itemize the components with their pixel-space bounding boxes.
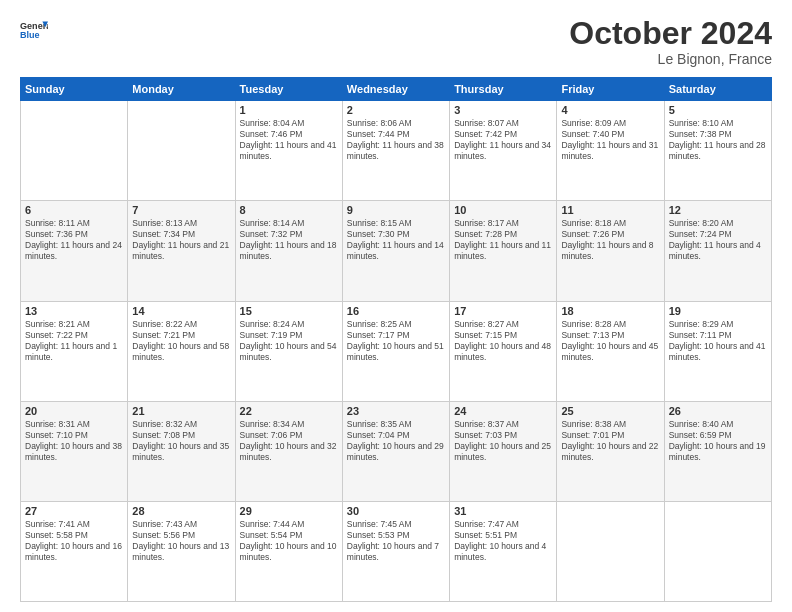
day-info: Sunrise: 8:35 AM Sunset: 7:04 PM Dayligh… xyxy=(347,419,445,463)
day-number: 2 xyxy=(347,104,445,116)
calendar-cell: 28Sunrise: 7:43 AM Sunset: 5:56 PM Dayli… xyxy=(128,501,235,601)
day-info: Sunrise: 7:43 AM Sunset: 5:56 PM Dayligh… xyxy=(132,519,230,563)
day-info: Sunrise: 8:32 AM Sunset: 7:08 PM Dayligh… xyxy=(132,419,230,463)
day-info: Sunrise: 8:04 AM Sunset: 7:46 PM Dayligh… xyxy=(240,118,338,162)
day-info: Sunrise: 8:14 AM Sunset: 7:32 PM Dayligh… xyxy=(240,218,338,262)
day-number: 6 xyxy=(25,204,123,216)
day-info: Sunrise: 8:21 AM Sunset: 7:22 PM Dayligh… xyxy=(25,319,123,363)
header-saturday: Saturday xyxy=(664,78,771,101)
day-number: 4 xyxy=(561,104,659,116)
day-number: 14 xyxy=(132,305,230,317)
calendar-cell xyxy=(557,501,664,601)
day-number: 3 xyxy=(454,104,552,116)
day-info: Sunrise: 8:28 AM Sunset: 7:13 PM Dayligh… xyxy=(561,319,659,363)
calendar-cell: 17Sunrise: 8:27 AM Sunset: 7:15 PM Dayli… xyxy=(450,301,557,401)
calendar-week-3: 13Sunrise: 8:21 AM Sunset: 7:22 PM Dayli… xyxy=(21,301,772,401)
day-number: 31 xyxy=(454,505,552,517)
day-info: Sunrise: 7:41 AM Sunset: 5:58 PM Dayligh… xyxy=(25,519,123,563)
day-info: Sunrise: 8:11 AM Sunset: 7:36 PM Dayligh… xyxy=(25,218,123,262)
day-info: Sunrise: 8:07 AM Sunset: 7:42 PM Dayligh… xyxy=(454,118,552,162)
day-info: Sunrise: 8:09 AM Sunset: 7:40 PM Dayligh… xyxy=(561,118,659,162)
month-title: October 2024 xyxy=(569,16,772,51)
day-number: 20 xyxy=(25,405,123,417)
day-number: 26 xyxy=(669,405,767,417)
calendar-cell: 20Sunrise: 8:31 AM Sunset: 7:10 PM Dayli… xyxy=(21,401,128,501)
day-info: Sunrise: 8:06 AM Sunset: 7:44 PM Dayligh… xyxy=(347,118,445,162)
calendar-cell: 3Sunrise: 8:07 AM Sunset: 7:42 PM Daylig… xyxy=(450,101,557,201)
day-number: 27 xyxy=(25,505,123,517)
header-tuesday: Tuesday xyxy=(235,78,342,101)
calendar-cell: 8Sunrise: 8:14 AM Sunset: 7:32 PM Daylig… xyxy=(235,201,342,301)
day-number: 12 xyxy=(669,204,767,216)
calendar-cell: 1Sunrise: 8:04 AM Sunset: 7:46 PM Daylig… xyxy=(235,101,342,201)
calendar-cell xyxy=(21,101,128,201)
calendar-cell: 22Sunrise: 8:34 AM Sunset: 7:06 PM Dayli… xyxy=(235,401,342,501)
header-thursday: Thursday xyxy=(450,78,557,101)
calendar-cell: 10Sunrise: 8:17 AM Sunset: 7:28 PM Dayli… xyxy=(450,201,557,301)
day-info: Sunrise: 8:10 AM Sunset: 7:38 PM Dayligh… xyxy=(669,118,767,162)
calendar-cell: 2Sunrise: 8:06 AM Sunset: 7:44 PM Daylig… xyxy=(342,101,449,201)
day-info: Sunrise: 8:20 AM Sunset: 7:24 PM Dayligh… xyxy=(669,218,767,262)
day-number: 5 xyxy=(669,104,767,116)
day-info: Sunrise: 7:45 AM Sunset: 5:53 PM Dayligh… xyxy=(347,519,445,563)
day-number: 29 xyxy=(240,505,338,517)
calendar-cell: 25Sunrise: 8:38 AM Sunset: 7:01 PM Dayli… xyxy=(557,401,664,501)
calendar-week-5: 27Sunrise: 7:41 AM Sunset: 5:58 PM Dayli… xyxy=(21,501,772,601)
calendar-cell: 19Sunrise: 8:29 AM Sunset: 7:11 PM Dayli… xyxy=(664,301,771,401)
logo: General Blue xyxy=(20,16,48,44)
day-info: Sunrise: 8:29 AM Sunset: 7:11 PM Dayligh… xyxy=(669,319,767,363)
day-info: Sunrise: 8:17 AM Sunset: 7:28 PM Dayligh… xyxy=(454,218,552,262)
day-number: 1 xyxy=(240,104,338,116)
calendar-cell: 4Sunrise: 8:09 AM Sunset: 7:40 PM Daylig… xyxy=(557,101,664,201)
day-number: 17 xyxy=(454,305,552,317)
day-info: Sunrise: 8:40 AM Sunset: 6:59 PM Dayligh… xyxy=(669,419,767,463)
calendar-cell: 12Sunrise: 8:20 AM Sunset: 7:24 PM Dayli… xyxy=(664,201,771,301)
day-info: Sunrise: 8:38 AM Sunset: 7:01 PM Dayligh… xyxy=(561,419,659,463)
header-monday: Monday xyxy=(128,78,235,101)
calendar-cell: 31Sunrise: 7:47 AM Sunset: 5:51 PM Dayli… xyxy=(450,501,557,601)
day-number: 15 xyxy=(240,305,338,317)
day-info: Sunrise: 8:22 AM Sunset: 7:21 PM Dayligh… xyxy=(132,319,230,363)
calendar-cell: 21Sunrise: 8:32 AM Sunset: 7:08 PM Dayli… xyxy=(128,401,235,501)
day-info: Sunrise: 8:18 AM Sunset: 7:26 PM Dayligh… xyxy=(561,218,659,262)
calendar-cell: 13Sunrise: 8:21 AM Sunset: 7:22 PM Dayli… xyxy=(21,301,128,401)
day-number: 8 xyxy=(240,204,338,216)
day-number: 25 xyxy=(561,405,659,417)
day-info: Sunrise: 8:27 AM Sunset: 7:15 PM Dayligh… xyxy=(454,319,552,363)
calendar-cell: 27Sunrise: 7:41 AM Sunset: 5:58 PM Dayli… xyxy=(21,501,128,601)
day-info: Sunrise: 8:15 AM Sunset: 7:30 PM Dayligh… xyxy=(347,218,445,262)
day-number: 28 xyxy=(132,505,230,517)
day-info: Sunrise: 7:44 AM Sunset: 5:54 PM Dayligh… xyxy=(240,519,338,563)
day-info: Sunrise: 8:31 AM Sunset: 7:10 PM Dayligh… xyxy=(25,419,123,463)
calendar-header-row: Sunday Monday Tuesday Wednesday Thursday… xyxy=(21,78,772,101)
day-info: Sunrise: 8:13 AM Sunset: 7:34 PM Dayligh… xyxy=(132,218,230,262)
title-area: October 2024 Le Bignon, France xyxy=(569,16,772,67)
day-info: Sunrise: 8:37 AM Sunset: 7:03 PM Dayligh… xyxy=(454,419,552,463)
calendar-week-2: 6Sunrise: 8:11 AM Sunset: 7:36 PM Daylig… xyxy=(21,201,772,301)
day-info: Sunrise: 8:25 AM Sunset: 7:17 PM Dayligh… xyxy=(347,319,445,363)
calendar-cell: 26Sunrise: 8:40 AM Sunset: 6:59 PM Dayli… xyxy=(664,401,771,501)
header-wednesday: Wednesday xyxy=(342,78,449,101)
calendar-cell: 9Sunrise: 8:15 AM Sunset: 7:30 PM Daylig… xyxy=(342,201,449,301)
day-number: 19 xyxy=(669,305,767,317)
day-number: 16 xyxy=(347,305,445,317)
location: Le Bignon, France xyxy=(569,51,772,67)
svg-text:Blue: Blue xyxy=(20,30,40,40)
calendar-cell: 15Sunrise: 8:24 AM Sunset: 7:19 PM Dayli… xyxy=(235,301,342,401)
calendar-cell: 30Sunrise: 7:45 AM Sunset: 5:53 PM Dayli… xyxy=(342,501,449,601)
calendar-week-1: 1Sunrise: 8:04 AM Sunset: 7:46 PM Daylig… xyxy=(21,101,772,201)
day-info: Sunrise: 8:34 AM Sunset: 7:06 PM Dayligh… xyxy=(240,419,338,463)
day-info: Sunrise: 7:47 AM Sunset: 5:51 PM Dayligh… xyxy=(454,519,552,563)
header-sunday: Sunday xyxy=(21,78,128,101)
day-number: 22 xyxy=(240,405,338,417)
calendar-cell: 14Sunrise: 8:22 AM Sunset: 7:21 PM Dayli… xyxy=(128,301,235,401)
calendar-cell xyxy=(128,101,235,201)
calendar-cell: 24Sunrise: 8:37 AM Sunset: 7:03 PM Dayli… xyxy=(450,401,557,501)
day-number: 21 xyxy=(132,405,230,417)
day-number: 11 xyxy=(561,204,659,216)
calendar-cell: 11Sunrise: 8:18 AM Sunset: 7:26 PM Dayli… xyxy=(557,201,664,301)
logo-icon: General Blue xyxy=(20,16,48,44)
day-number: 23 xyxy=(347,405,445,417)
calendar-cell: 23Sunrise: 8:35 AM Sunset: 7:04 PM Dayli… xyxy=(342,401,449,501)
calendar-cell: 7Sunrise: 8:13 AM Sunset: 7:34 PM Daylig… xyxy=(128,201,235,301)
